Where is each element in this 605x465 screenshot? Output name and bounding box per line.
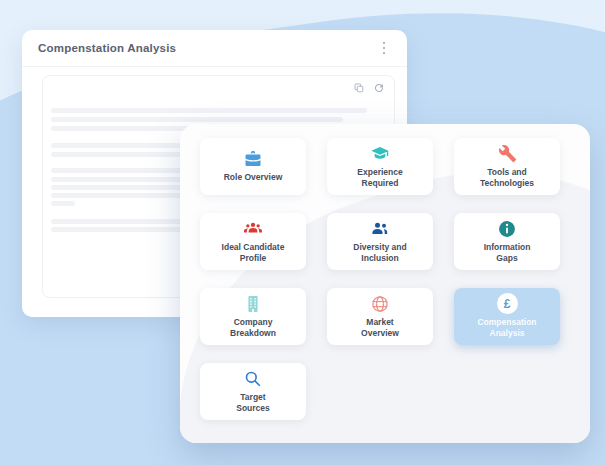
briefcase-icon (243, 149, 263, 169)
tile-tools-and-technologies[interactable]: Tools and Technologies (454, 138, 560, 195)
report-sections-card: Role Overview Experience Required T (180, 124, 590, 443)
tile-experience-required[interactable]: Experience Required (327, 138, 433, 195)
skeleton-line (51, 201, 75, 206)
tile-label: Ideal Candidate Profile (222, 242, 285, 264)
tile-label: Role Overview (224, 172, 283, 183)
tile-label: Experience Required (357, 167, 402, 189)
tile-label: Information Gaps (484, 242, 531, 264)
app-background: Compenstation Analysis (0, 0, 605, 465)
people-group-icon (243, 219, 263, 239)
skeleton-line (51, 108, 367, 113)
tile-label: Company Breakdown (230, 317, 276, 339)
tile-diversity-and-inclusion[interactable]: Diversity and Inclusion (327, 213, 433, 270)
tile-label: Tools and Technologies (480, 167, 534, 189)
card-title: Compenstation Analysis (38, 42, 176, 54)
card-header: Compenstation Analysis (22, 30, 407, 67)
panel-toolbar (352, 81, 385, 94)
tile-label: Market Overview (361, 317, 399, 339)
tile-role-overview[interactable]: Role Overview (200, 138, 306, 195)
skeleton-line (51, 117, 343, 122)
copy-icon[interactable] (352, 81, 365, 94)
building-icon (243, 294, 263, 314)
globe-icon (370, 294, 390, 314)
tile-label: Compensation Analysis (477, 317, 536, 339)
tile-label: Diversity and Inclusion (353, 242, 406, 264)
wrench-icon (498, 144, 517, 164)
tile-company-breakdown[interactable]: Company Breakdown (200, 288, 306, 345)
tile-market-overview[interactable]: Market Overview (327, 288, 433, 345)
section-tile-grid: Role Overview Experience Required T (200, 138, 560, 420)
tile-label: Target Sources (236, 392, 270, 414)
tile-compensation-analysis[interactable]: £ Compensation Analysis (454, 288, 560, 345)
search-icon (243, 369, 263, 389)
info-circle-icon (497, 219, 517, 239)
tile-target-sources[interactable]: Target Sources (200, 363, 306, 420)
kebab-menu-icon[interactable] (377, 38, 391, 58)
tile-ideal-candidate-profile[interactable]: Ideal Candidate Profile (200, 213, 306, 270)
pound-circle-icon: £ (497, 294, 518, 314)
refresh-icon[interactable] (372, 81, 385, 94)
tile-information-gaps[interactable]: Information Gaps (454, 213, 560, 270)
two-people-icon (370, 219, 390, 239)
graduation-cap-icon (370, 144, 390, 164)
